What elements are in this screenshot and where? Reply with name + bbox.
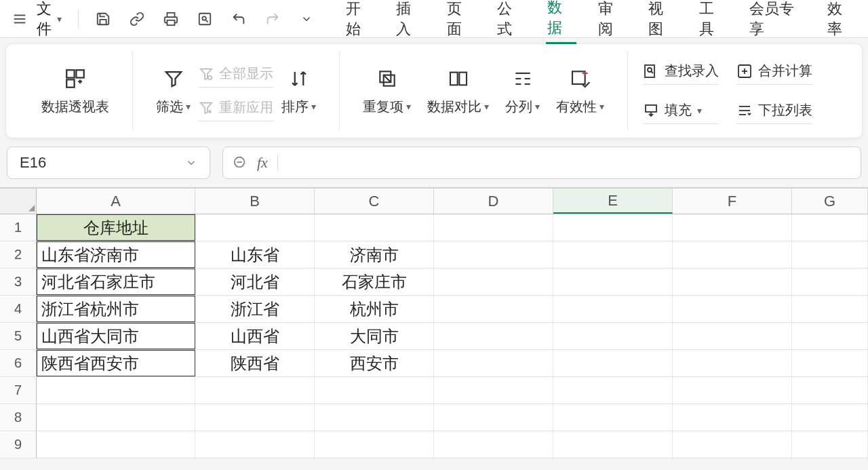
compare-button[interactable]: 数据对比▾	[419, 66, 497, 116]
col-header-E[interactable]: E	[553, 189, 673, 214]
cell-A4[interactable]: 浙江省杭州市	[37, 296, 195, 322]
tab-tools[interactable]: 工具	[698, 0, 728, 43]
col-header-F[interactable]: F	[673, 189, 792, 214]
cell-F4[interactable]	[673, 296, 792, 322]
cell-D7[interactable]	[434, 377, 553, 404]
cell-B8[interactable]	[195, 404, 315, 431]
filter-button[interactable]: 筛选▾	[148, 66, 199, 116]
cell-F2[interactable]	[673, 241, 792, 268]
cell-B9[interactable]	[195, 431, 315, 458]
cell-A2[interactable]: 山东省济南市	[37, 241, 195, 268]
cell-D2[interactable]	[434, 241, 553, 268]
cell-B1[interactable]	[195, 214, 315, 241]
cell-B2[interactable]: 山东省	[195, 241, 315, 268]
name-box[interactable]: E16	[7, 146, 210, 179]
print-icon[interactable]	[163, 11, 179, 27]
cell-F7[interactable]	[673, 377, 792, 404]
col-header-A[interactable]: A	[37, 189, 195, 214]
cell-C2[interactable]: 济南市	[315, 241, 434, 268]
cell-D5[interactable]	[434, 323, 553, 349]
cell-A9[interactable]	[37, 431, 195, 458]
redo-icon[interactable]	[264, 11, 281, 27]
row-header[interactable]: 7	[0, 377, 37, 404]
pivot-table-button[interactable]: 数据透视表	[33, 66, 117, 116]
cell-D6[interactable]	[434, 350, 553, 376]
split-button[interactable]: 分列▾	[497, 66, 548, 116]
row-header[interactable]: 4	[0, 296, 37, 322]
row-header[interactable]: 2	[0, 241, 37, 268]
row-header[interactable]: 5	[0, 323, 37, 349]
cell-A1[interactable]: 仓库地址	[37, 214, 195, 241]
cell-E1[interactable]	[553, 214, 673, 241]
reapply-button[interactable]: 重新应用	[199, 94, 273, 121]
cell-F5[interactable]	[673, 323, 792, 349]
tab-insert[interactable]: 插入	[395, 0, 425, 43]
tab-vip[interactable]: 会员专享	[748, 0, 806, 43]
cell-C6[interactable]: 西安市	[315, 350, 434, 376]
cell-G5[interactable]	[792, 323, 868, 349]
lookup-button[interactable]: 查找录入	[643, 58, 719, 85]
file-menu[interactable]: 文件 ▾	[37, 0, 62, 39]
dropdown-list-button[interactable]: 下拉列表	[736, 97, 812, 124]
consolidate-button[interactable]: 合并计算	[736, 58, 812, 85]
cell-F1[interactable]	[673, 214, 792, 241]
link-icon[interactable]	[129, 11, 145, 27]
cell-C7[interactable]	[315, 377, 434, 404]
cell-B7[interactable]	[195, 377, 315, 404]
cell-A3[interactable]: 河北省石家庄市	[37, 269, 195, 295]
cell-G6[interactable]	[792, 350, 868, 376]
validity-button[interactable]: 有效性▾	[548, 66, 612, 116]
formula-bar[interactable]: fx	[222, 146, 861, 179]
cell-C5[interactable]: 大同市	[315, 323, 434, 349]
cell-B5[interactable]: 山西省	[195, 323, 315, 349]
col-header-B[interactable]: B	[195, 189, 315, 214]
tab-formula[interactable]: 公式	[496, 0, 526, 43]
fill-button[interactable]: 填充 ▾	[643, 97, 719, 124]
cell-E7[interactable]	[553, 377, 673, 404]
cell-G2[interactable]	[792, 241, 868, 268]
cell-G8[interactable]	[792, 404, 868, 431]
cell-G1[interactable]	[792, 214, 868, 241]
tab-start[interactable]: 开始	[344, 0, 374, 43]
cell-C1[interactable]	[315, 214, 434, 241]
cell-G3[interactable]	[792, 269, 868, 295]
more-chevron-down-icon[interactable]	[298, 11, 315, 27]
cell-F8[interactable]	[673, 404, 792, 431]
cell-E2[interactable]	[553, 241, 673, 268]
cell-E4[interactable]	[553, 296, 673, 322]
cell-B4[interactable]: 浙江省	[195, 296, 315, 322]
row-header[interactable]: 1	[0, 214, 37, 241]
cell-A7[interactable]	[37, 377, 195, 404]
undo-icon[interactable]	[231, 11, 247, 27]
tab-efficiency[interactable]: 效率	[826, 0, 856, 43]
tab-page[interactable]: 页面	[446, 0, 475, 43]
show-all-button[interactable]: 全部显示	[199, 60, 273, 87]
cell-A8[interactable]	[37, 404, 195, 431]
sort-button[interactable]: 排序▾	[273, 66, 324, 116]
tab-view[interactable]: 视图	[647, 0, 677, 43]
cell-C3[interactable]: 石家庄市	[315, 269, 434, 295]
cell-G9[interactable]	[792, 431, 868, 458]
tab-review[interactable]: 审阅	[597, 0, 627, 43]
cell-C9[interactable]	[315, 431, 434, 458]
cell-A6[interactable]: 陕西省西安市	[37, 350, 195, 376]
cell-F9[interactable]	[673, 431, 792, 458]
row-header[interactable]: 6	[0, 350, 37, 376]
preview-icon[interactable]	[197, 11, 213, 27]
col-header-C[interactable]: C	[315, 189, 434, 214]
hamburger-icon[interactable]	[12, 11, 27, 27]
cell-F6[interactable]	[673, 350, 792, 376]
cell-B3[interactable]: 河北省	[195, 269, 315, 295]
tab-data[interactable]: 数据	[546, 0, 576, 44]
col-header-D[interactable]: D	[434, 189, 553, 214]
cell-G4[interactable]	[792, 296, 868, 322]
duplicate-button[interactable]: 重复项▾	[355, 66, 419, 116]
cell-D4[interactable]	[434, 296, 553, 322]
cell-E8[interactable]	[553, 404, 673, 431]
cell-B6[interactable]: 陕西省	[195, 350, 315, 376]
cell-E3[interactable]	[553, 269, 673, 295]
row-header[interactable]: 8	[0, 404, 37, 431]
save-icon[interactable]	[95, 11, 111, 27]
cell-D8[interactable]	[434, 404, 553, 431]
cell-D1[interactable]	[434, 214, 553, 241]
